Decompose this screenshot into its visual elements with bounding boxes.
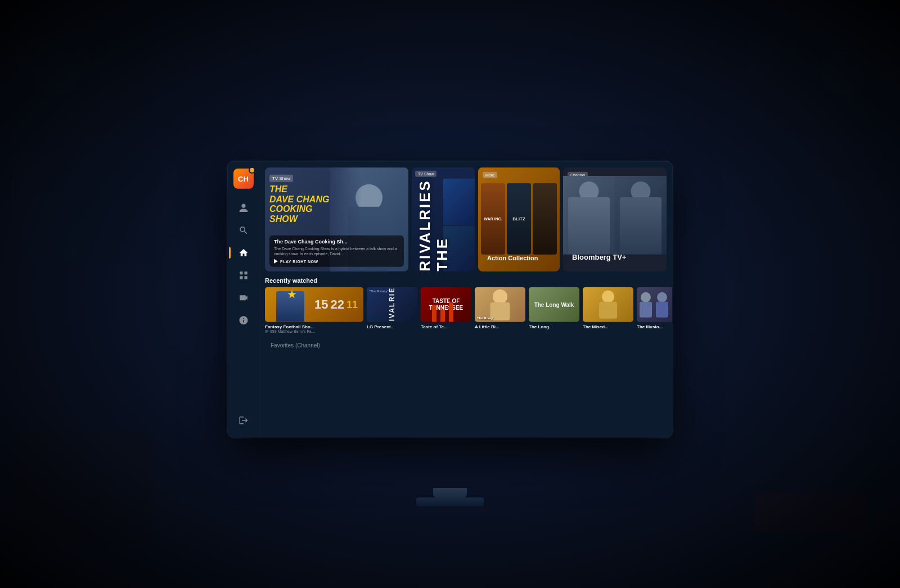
blitz-poster: BLITZ	[507, 183, 531, 255]
sidebar-item-grid[interactable]	[233, 265, 254, 286]
info-icon	[238, 315, 249, 325]
play-icon	[274, 259, 278, 264]
mised-title: The Mised...	[583, 324, 633, 329]
rivalries-card[interactable]: TV Show THE RIVALRIES	[412, 168, 475, 272]
recently-watched-section: Recently watched 15 22 11	[259, 275, 672, 333]
candle-3	[449, 302, 453, 322]
action-more-tag: More	[483, 172, 497, 178]
video-icon	[238, 293, 249, 303]
taste-title: Taste of Te...	[421, 324, 471, 329]
tv-stand	[416, 497, 484, 506]
thumb-mised[interactable]: The Mised...	[583, 287, 633, 333]
hero-text: TV Show THEDAVE CHANGCOOKINGSHOW	[265, 168, 351, 228]
thumb-little-bi[interactable]: The Bivvy A Little Bi...	[475, 287, 525, 333]
thumb-mised-img	[583, 287, 633, 322]
rivalries-bg: TV Show THE RIVALRIES	[412, 168, 475, 272]
sidebar: CH	[228, 162, 259, 437]
long-text-container: The Long Walk	[529, 287, 579, 322]
illusionist-people	[637, 287, 672, 322]
bloomberg-people-area	[563, 176, 667, 255]
mised-person	[598, 291, 618, 319]
candle-2	[440, 310, 445, 322]
little-subtitle: The Bivvy	[477, 316, 523, 320]
hero-card[interactable]: TV Show THEDAVE CHANGCOOKINGSHOW The Dav…	[265, 168, 408, 272]
favorites-section-header: Favorites (Channel)	[259, 338, 672, 350]
action-collection-label: Action Collection	[487, 255, 551, 261]
mised-img-content	[583, 287, 633, 322]
sidebar-item-logout[interactable]	[233, 410, 254, 431]
hero-description: The Dave Chang Cooking Show is a hybrid …	[274, 246, 399, 256]
thumb-illusionist[interactable]: The Illusio...	[637, 287, 672, 333]
illusionist-person-2	[655, 292, 669, 317]
bg-panel-right-mid	[742, 152, 889, 264]
little-title: A Little Bi...	[475, 324, 525, 329]
thumb-fantasy-football[interactable]: 15 22 11 Fantasy Football Showtime Live!…	[265, 287, 363, 333]
ff-subtitle: IP-999 Matthew Berry's Fantasy Life	[265, 329, 316, 333]
app-logo[interactable]: CH	[233, 169, 254, 189]
play-button[interactable]: PLAY RIGHT NOW	[274, 259, 399, 264]
thumb-illusionist-img	[637, 287, 672, 322]
play-label: PLAY RIGHT NOW	[280, 259, 318, 263]
main-content: TV Show THEDAVE CHANGCOOKINGSHOW The Dav…	[259, 162, 672, 437]
illusionist-title: The Illusio...	[637, 324, 672, 329]
home-icon	[238, 248, 249, 258]
side-cards: TV Show THE RIVALRIES	[412, 168, 667, 272]
recently-watched-title: Recently watched	[259, 275, 672, 287]
sidebar-item-home[interactable]	[233, 243, 254, 263]
thumb-long-img: The Long Walk	[529, 287, 579, 322]
bloomberg-person-2	[615, 176, 667, 255]
candle-1	[432, 305, 436, 322]
rivalries-thumb-subtitle: "The Rivalry"	[369, 290, 389, 293]
illusionist-person-1	[639, 292, 653, 317]
bg-panel-left-mid	[11, 152, 158, 264]
thumb-rivalries-img: RIVALRIES "The Rivalry"	[367, 287, 417, 322]
favorites-title: Favorites (Channel)	[265, 339, 326, 349]
search-icon	[238, 225, 249, 236]
bloomberg-person-1	[563, 176, 615, 255]
sidebar-item-recordings[interactable]	[233, 288, 254, 308]
bg-panel-right-top	[748, 34, 883, 135]
hero-tag: TV Show	[269, 175, 293, 182]
hero-info-box: The Dave Chang Cooking Sh... The Dave Ch…	[269, 236, 404, 267]
bloomberg-label: Bloomberg TV+	[572, 253, 658, 261]
tv-base	[433, 488, 467, 498]
grid-icon	[238, 270, 249, 281]
hero-show-title: THEDAVE CHANGCOOKINGSHOW	[269, 184, 346, 224]
lg-rivalries-title: LG Present...	[367, 324, 417, 329]
sidebar-item-profile[interactable]	[233, 198, 254, 218]
notification-badge	[249, 167, 255, 174]
bg-panel-left-bottom	[17, 431, 152, 543]
illusionist-person-3	[671, 292, 672, 317]
bg-panel-center-top	[366, 22, 534, 112]
thumb-fantasy-img: 15 22 11	[265, 287, 363, 322]
taste-text-container: TASTE OF TENNESSEE	[421, 287, 471, 322]
action-collection-card[interactable]: WAR INC. BLITZ More Action Collection	[478, 168, 560, 272]
thumb-long-walk[interactable]: The Long Walk The Long...	[529, 287, 579, 333]
tv-frame: CH	[228, 162, 672, 437]
thumb-little-img: The Bivvy	[475, 287, 525, 322]
thumb-taste-tennessee[interactable]: TASTE OF TENNESSEE Taste of Te...	[421, 287, 471, 333]
bg-panel-right-bottom	[748, 431, 883, 543]
long-title: The Long...	[529, 324, 579, 329]
hero-info-title: The Dave Chang Cooking Sh...	[274, 239, 399, 245]
ff-title: Fantasy Football Showtime Live!	[265, 324, 316, 329]
featured-area: TV Show THEDAVE CHANGCOOKINGSHOW The Dav…	[259, 162, 672, 275]
sidebar-item-settings[interactable]	[233, 310, 254, 331]
sidebar-item-search[interactable]	[233, 220, 254, 241]
movie-posters-strip: WAR INC. BLITZ	[481, 183, 557, 255]
woman-silhouette	[489, 289, 511, 320]
thumb-taste-img: TASTE OF TENNESSEE	[421, 287, 471, 322]
person-icon	[238, 203, 249, 213]
thumb-lg-rivalries[interactable]: RIVALRIES "The Rivalry" LG Present...	[367, 287, 417, 333]
logo-text: CH	[238, 174, 249, 183]
rivalries-subtitle	[412, 168, 475, 272]
thumbnails-row: 15 22 11 Fantasy Football Showtime Live!…	[259, 287, 672, 333]
par-poster	[533, 183, 557, 255]
bloomberg-inner: Channel	[563, 168, 667, 272]
bg-panel-left-top	[17, 34, 152, 135]
war-poster: WAR INC.	[481, 183, 505, 255]
logout-icon	[238, 415, 249, 426]
bloomberg-card[interactable]: Channel	[563, 168, 667, 272]
